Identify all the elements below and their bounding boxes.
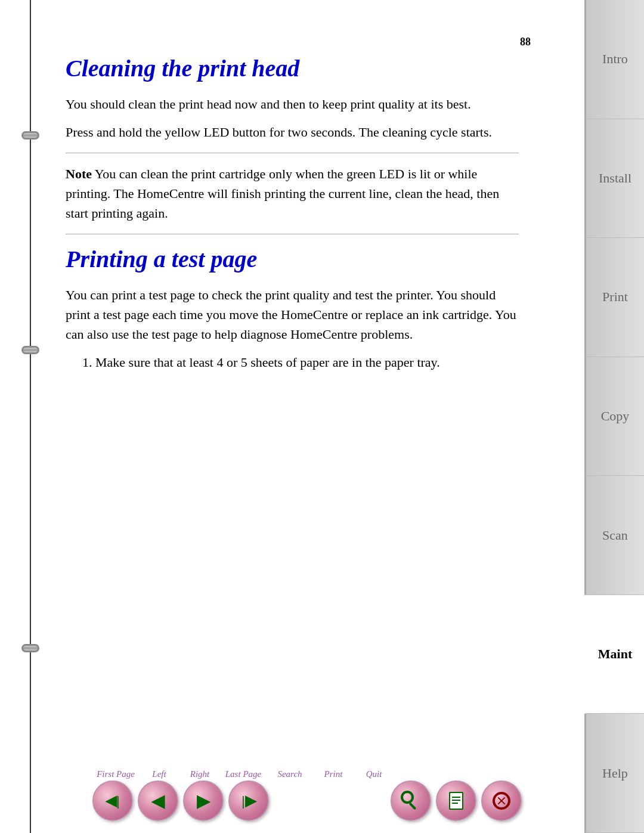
binding-line xyxy=(30,0,31,833)
sidebar-tab-scan[interactable]: Scan xyxy=(584,476,644,595)
quit-button[interactable] xyxy=(481,781,522,821)
scan-tab-label: Scan xyxy=(602,528,628,543)
note-bold: Note xyxy=(66,166,92,181)
first-page-label: First Page xyxy=(92,769,139,779)
first-page-icon: ◀| xyxy=(106,792,119,809)
maint-tab-label: Maint xyxy=(598,646,632,662)
cleaning-title: Cleaning the print head xyxy=(66,54,566,82)
right-icon: ▶ xyxy=(197,791,210,811)
main-content: 88 Cleaning the print head You should cl… xyxy=(48,0,584,833)
print-icon xyxy=(447,792,465,810)
quit-icon xyxy=(493,792,510,810)
list-item-1: Make sure that at least 4 or 5 sheets of… xyxy=(95,352,531,372)
sidebar-tab-help[interactable]: Help xyxy=(584,714,644,833)
note-body: You can clean the print cartridge only w… xyxy=(66,166,499,221)
install-tab-label: Install xyxy=(599,171,631,186)
sidebar-tab-copy[interactable]: Copy xyxy=(584,357,644,476)
nav-labels-row: First Page Left Right Last Page Search P… xyxy=(92,769,522,779)
sidebar-tab-maint[interactable]: Maint xyxy=(584,595,644,714)
search-button[interactable] xyxy=(391,781,431,821)
test-page-list: Make sure that at least 4 or 5 sheets of… xyxy=(78,352,566,372)
note-text: Note You can clean the print cartridge o… xyxy=(66,164,519,223)
nav-buttons-row: ◀| ◀ ▶ |▶ xyxy=(92,781,522,821)
help-tab-label: Help xyxy=(602,766,628,781)
intro-tab-label: Intro xyxy=(602,51,628,67)
test-page-title: Printing a test page xyxy=(66,245,566,273)
first-page-button[interactable]: ◀| xyxy=(92,781,133,821)
last-page-icon: |▶ xyxy=(242,792,255,809)
sidebar-tab-install[interactable]: Install xyxy=(584,119,644,239)
sidebar-tab-intro[interactable]: Intro xyxy=(584,0,644,119)
divider-2 xyxy=(66,234,519,234)
print-nav-label: Print xyxy=(313,769,354,779)
sidebar: Intro Install Print Copy Scan Maint Help xyxy=(584,0,644,833)
cleaning-para-1: You should clean the print head now and … xyxy=(66,94,519,114)
last-page-label: Last Page xyxy=(220,769,267,779)
sidebar-tab-print[interactable]: Print xyxy=(584,238,644,357)
binding-ring-2 xyxy=(21,346,39,354)
left-label: Left xyxy=(139,769,179,779)
search-label: Search xyxy=(267,769,313,779)
quit-label: Quit xyxy=(354,769,394,779)
last-page-button[interactable]: |▶ xyxy=(228,781,269,821)
page-number: 88 xyxy=(66,36,566,48)
binding xyxy=(0,0,48,833)
copy-tab-label: Copy xyxy=(601,408,630,424)
print-tab-label: Print xyxy=(602,289,628,305)
binding-ring-1 xyxy=(21,131,39,140)
cleaning-para-2: Press and hold the yellow LED button for… xyxy=(66,122,519,142)
left-icon: ◀ xyxy=(151,791,165,811)
divider-1 xyxy=(66,153,519,153)
binding-ring-3 xyxy=(21,644,39,652)
search-icon xyxy=(401,791,421,811)
right-label: Right xyxy=(179,769,220,779)
test-page-para-1: You can print a test page to check the p… xyxy=(66,285,519,344)
bottom-navigation: First Page Left Right Last Page Search P… xyxy=(92,769,522,821)
left-button[interactable]: ◀ xyxy=(138,781,178,821)
note-block: Note You can clean the print cartridge o… xyxy=(66,164,519,223)
right-button[interactable]: ▶ xyxy=(183,781,224,821)
print-nav-button[interactable] xyxy=(436,781,476,821)
